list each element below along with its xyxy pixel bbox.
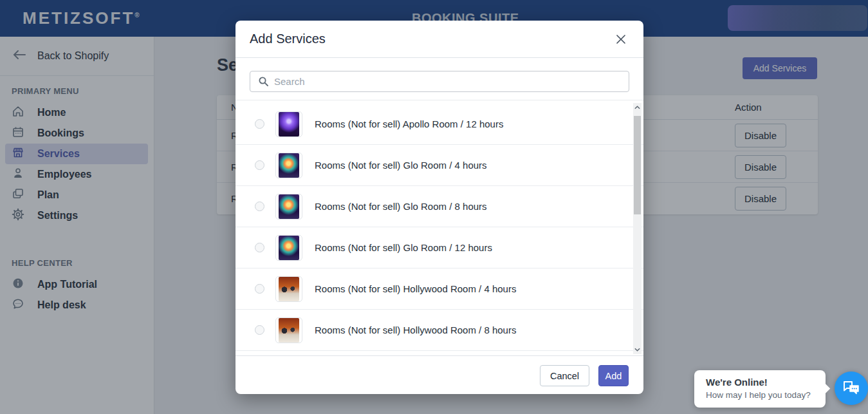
service-thumbnail: [275, 153, 302, 178]
service-thumbnail: [275, 317, 302, 343]
search-input[interactable]: [274, 71, 629, 91]
radio-button[interactable]: [255, 243, 264, 252]
add-button[interactable]: Add: [598, 365, 629, 386]
radio-button[interactable]: [255, 119, 264, 129]
services-list: Rooms (Not for sell) Apollo Room / 12 ho…: [235, 100, 643, 355]
app-root: METIZSOFT® BOOKING SUITE Back to Shopify…: [0, 0, 868, 414]
scroll-down-icon[interactable]: [633, 345, 642, 354]
radio-button[interactable]: [255, 284, 264, 294]
chat-status: We're Online!: [706, 377, 826, 388]
service-option-row[interactable]: Rooms (Not for sell) Glo Room / 8 hours: [235, 186, 643, 227]
service-option-row[interactable]: Rooms (Not for sell) Apollo Room / 12 ho…: [235, 104, 643, 145]
modal-title: Add Services: [250, 32, 326, 46]
modal-header: Add Services: [235, 21, 643, 58]
service-label: Rooms (Not for sell) Hollywood Room / 4 …: [315, 283, 516, 294]
scrollbar[interactable]: [633, 103, 642, 354]
service-option-row[interactable]: Rooms (Not for sell) Hollywood Room / 4 …: [235, 268, 643, 310]
add-services-modal: Add Services Rooms (Not for sell) Apollo…: [235, 21, 643, 394]
scrollbar-thumb[interactable]: [634, 116, 641, 214]
service-thumbnail: [275, 194, 302, 220]
service-thumbnail: [275, 276, 302, 302]
service-option-row[interactable]: Rooms (Not for sell) Glo Room / 4 hours: [235, 145, 643, 186]
service-thumbnail: [275, 235, 302, 261]
service-label: Rooms (Not for sell) Glo Room / 12 hours: [315, 242, 492, 253]
service-option-row[interactable]: Rooms (Not for sell) Hollywood Room / 8 …: [235, 310, 643, 351]
service-label: Rooms (Not for sell) Glo Room / 4 hours: [315, 160, 487, 171]
service-thumbnail: [275, 111, 302, 137]
service-label: Rooms (Not for sell) Apollo Room / 12 ho…: [315, 118, 503, 129]
service-label: Rooms (Not for sell) Hollywood Room / 8 …: [315, 325, 516, 335]
chat-prompt: How may I help you today?: [706, 390, 826, 400]
close-icon[interactable]: [613, 31, 629, 48]
scroll-up-icon[interactable]: [633, 103, 642, 112]
search-box: [250, 71, 629, 92]
cancel-button[interactable]: Cancel: [540, 365, 589, 386]
chat-tooltip: We're Online! How may I help you today?: [694, 370, 826, 408]
radio-button[interactable]: [255, 325, 264, 335]
search-icon: [258, 76, 269, 87]
modal-footer: Cancel Add: [235, 355, 643, 394]
service-label: Rooms (Not for sell) Glo Room / 8 hours: [315, 201, 487, 212]
radio-button[interactable]: [255, 202, 264, 211]
service-option-row[interactable]: Rooms (Not for sell) Glo Room / 12 hours: [235, 227, 643, 268]
chat-bubbles-icon: [842, 380, 860, 397]
radio-button[interactable]: [255, 160, 264, 170]
live-chat-button[interactable]: [835, 372, 868, 405]
